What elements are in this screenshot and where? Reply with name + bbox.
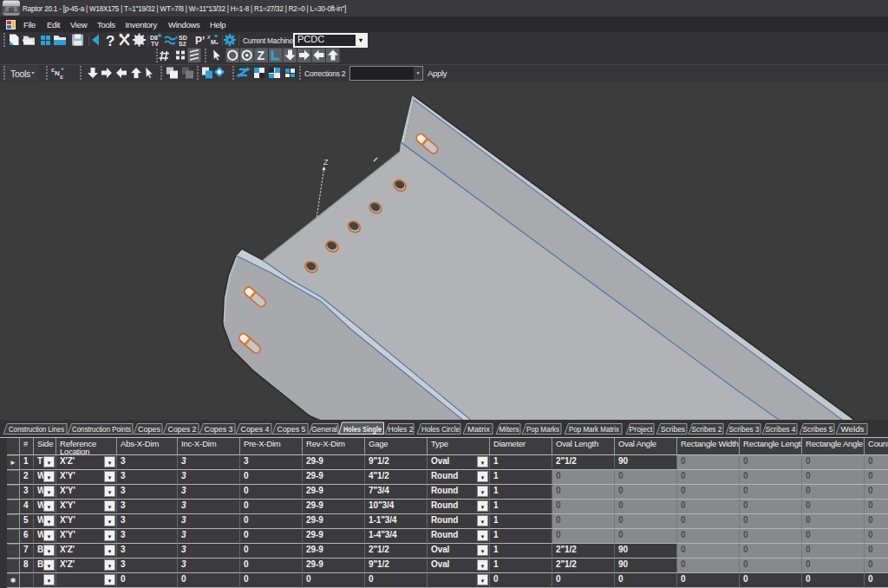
svg-text:Project: Project [630,424,653,434]
svg-text:General: General [311,424,337,434]
svg-text:S2: S2 [179,41,186,47]
svg-text:Welds: Welds [841,424,865,434]
svg-text:Holes Circle: Holes Circle [421,424,460,434]
svg-text:M₀: M₀ [211,39,219,45]
svg-text:Copes: Copes [138,424,160,434]
svg-text:Copes 5: Copes 5 [278,424,306,434]
svg-text:Scribes 2: Scribes 2 [692,424,722,434]
svg-text:Construction Lines: Construction Lines [9,424,64,434]
svg-text:Copes 2: Copes 2 [168,424,197,434]
svg-text:Pop Mark Matrix: Pop Mark Matrix [569,424,619,434]
svg-text:P’: P’ [195,35,205,47]
svg-text:Scribes 4: Scribes 4 [766,424,796,434]
svg-text:Construction Points: Construction Points [72,424,131,434]
svg-text:Scribes 5: Scribes 5 [803,424,833,434]
svg-text:D8: D8 [150,35,158,41]
svg-text:TV: TV [151,41,159,47]
svg-text:Miters: Miters [500,424,519,434]
svg-text:Z: Z [258,49,265,62]
svg-text:Holes 2: Holes 2 [388,424,414,434]
svg-text:Copes 4: Copes 4 [241,424,270,434]
svg-text:c: c [60,74,63,80]
svg-text:Scribes 3: Scribes 3 [729,424,760,434]
svg-text:SD: SD [179,35,187,41]
svg-text:?: ? [106,33,114,49]
svg-text:Copes 3: Copes 3 [205,424,233,434]
svg-text:Pop Marks: Pop Marks [526,424,559,434]
svg-text:Z: Z [323,158,329,167]
svg-text:Holes Single: Holes Single [343,424,382,434]
svg-text:Matrix: Matrix [467,424,490,434]
svg-text:Scribes: Scribes [661,424,685,434]
